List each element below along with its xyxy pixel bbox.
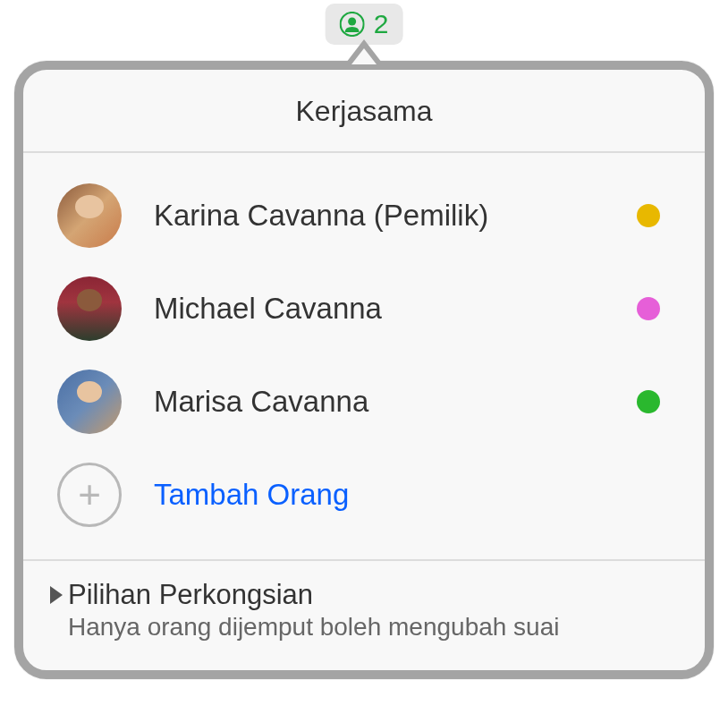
plus-circle-icon: + [57,463,122,527]
participant-name: Karina Cavanna (Pemilik) [154,199,637,233]
presence-dot [637,297,660,320]
presence-dot [637,204,660,227]
participant-row[interactable]: Marisa Cavanna [23,355,705,448]
person-icon [340,12,365,37]
sharing-options-title: Pilihan Perkongsian [68,579,313,611]
participant-name: Michael Cavanna [154,292,637,326]
disclosure-triangle-icon[interactable] [50,586,63,604]
presence-dot [637,390,660,413]
popover-body: Kerjasama Karina Cavanna (Pemilik) Micha… [14,61,714,679]
plus-icon: + [78,475,101,514]
participant-name: Marisa Cavanna [154,385,637,419]
add-person-label: Tambah Orang [154,478,349,512]
avatar [57,276,122,341]
avatar [57,370,122,434]
participant-row[interactable]: Karina Cavanna (Pemilik) [23,169,705,262]
popover-title: Kerjasama [23,95,705,128]
svg-point-1 [348,18,356,26]
popover-arrow [346,39,382,63]
avatar [57,183,122,248]
sharing-options-subtitle: Hanya orang dijemput boleh mengubah suai [68,613,678,642]
popover-header: Kerjasama [23,70,705,153]
participant-row[interactable]: Michael Cavanna [23,262,705,355]
collaboration-count: 2 [374,9,389,39]
add-person-button[interactable]: + Tambah Orang [23,448,705,552]
participants-list: Karina Cavanna (Pemilik) Michael Cavanna… [23,153,705,559]
sharing-options-header: Pilihan Perkongsian [50,579,678,611]
collaboration-popover: Kerjasama Karina Cavanna (Pemilik) Micha… [14,41,714,679]
sharing-options-section[interactable]: Pilihan Perkongsian Hanya orang dijemput… [23,559,705,670]
